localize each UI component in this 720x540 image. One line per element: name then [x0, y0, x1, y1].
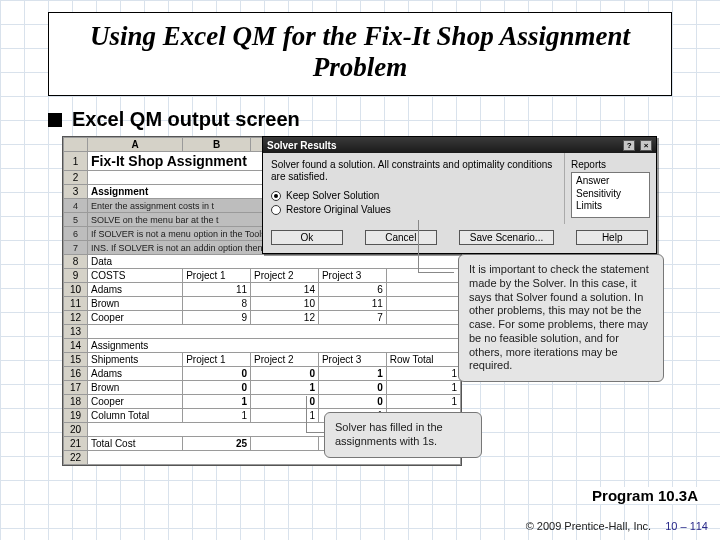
leader-line [418, 220, 419, 272]
radio-dot-icon [271, 205, 281, 215]
bullet-row: Excel QM output screen [48, 108, 300, 131]
callout-filled-assignments: Solver has filled in the assignments wit… [324, 412, 482, 458]
copyright: © 2009 Prentice-Hall, Inc. [526, 520, 652, 532]
col-B: B [183, 138, 251, 152]
report-option[interactable]: Limits [576, 200, 645, 213]
dialog-titlebar: Solver Results ? × [263, 137, 656, 153]
figure-stage: A B C D E 1Fix-It Shop Assignment 2 3Ass… [62, 136, 660, 476]
radio-keep-label: Keep Solver Solution [286, 190, 379, 201]
bullet-square-icon [48, 113, 62, 127]
cancel-button[interactable]: Cancel [365, 230, 437, 245]
radio-restore-values[interactable]: Restore Original Values [271, 204, 556, 215]
slide-footer: © 2009 Prentice-Hall, Inc. 10 – 114 [526, 520, 708, 532]
leader-line [306, 432, 324, 433]
dialog-title: Solver Results [267, 140, 336, 151]
report-option[interactable]: Sensitivity [576, 188, 645, 201]
callout-solver-statement: It is important to check the statement m… [458, 254, 664, 382]
close-icon[interactable]: × [640, 140, 652, 151]
radio-keep-solution[interactable]: Keep Solver Solution [271, 190, 556, 201]
slide-title: Using Excel QM for the Fix-It Shop Assig… [59, 21, 661, 83]
data-label: Data [88, 255, 461, 269]
corner-cell [64, 138, 88, 152]
solver-message: Solver found a solution. All constraints… [271, 159, 556, 182]
leader-line [306, 396, 307, 432]
leader-line [418, 272, 454, 273]
slide-title-box: Using Excel QM for the Fix-It Shop Assig… [48, 12, 672, 96]
reports-listbox[interactable]: Answer Sensitivity Limits [571, 172, 650, 218]
help-icon[interactable]: ? [623, 140, 635, 151]
program-label: Program 10.3A [590, 487, 700, 504]
radio-dot-icon [271, 191, 281, 201]
reports-label: Reports [571, 159, 650, 170]
solver-results-dialog: Solver Results ? × Solver found a soluti… [262, 136, 657, 254]
page-number: 10 – 114 [665, 520, 708, 532]
assignments-label: Assignments [88, 339, 461, 353]
col-A: A [88, 138, 183, 152]
save-scenario-button[interactable]: Save Scenario... [459, 230, 554, 245]
bullet-text: Excel QM output screen [72, 108, 300, 131]
ok-button[interactable]: Ok [271, 230, 343, 245]
radio-restore-label: Restore Original Values [286, 204, 391, 215]
report-option[interactable]: Answer [576, 175, 645, 188]
help-button[interactable]: Help [576, 230, 648, 245]
